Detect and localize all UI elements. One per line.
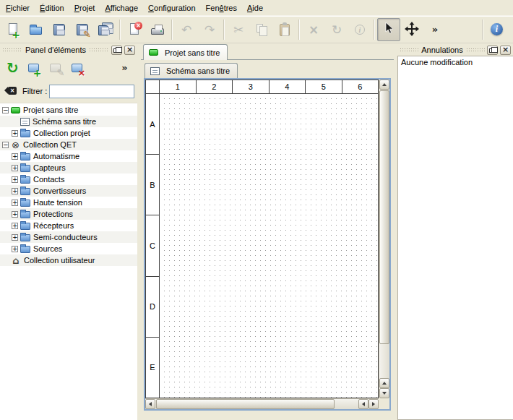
expand-icon[interactable]: +: [12, 246, 18, 252]
tree-item-collection-qet[interactable]: −⊗Collection QET: [0, 139, 137, 150]
menu-fichier[interactable]: Fichier: [1, 1, 35, 15]
mdi-area: Projet sans titre Schéma sans titre 12: [141, 43, 394, 420]
project-window: Schéma sans titre 123456 ABCDE: [144, 62, 391, 411]
tree-item-collection-projet[interactable]: +Collection projet: [0, 127, 137, 139]
clear-filter-icon: ×: [4, 83, 20, 99]
schema-icon: [20, 118, 30, 126]
expand-icon[interactable]: +: [12, 211, 18, 218]
expand-icon[interactable]: +: [12, 153, 18, 160]
tree-item-haute-tension[interactable]: +Haute tension: [0, 197, 137, 208]
toolbar-separator: [119, 20, 121, 40]
project-tabbar: Projet sans titre: [141, 43, 394, 60]
vertical-scroll-thumb[interactable]: [379, 90, 389, 344]
open-file-button[interactable]: [25, 18, 48, 41]
tree-item-semi-conducteurs[interactable]: +Semi-conducteurs: [0, 231, 137, 243]
expand-icon[interactable]: +: [12, 165, 18, 171]
new-element-icon: +: [27, 60, 43, 76]
delete-element-button[interactable]: ×: [68, 59, 87, 78]
tree-item-sources[interactable]: +Sources: [0, 243, 137, 254]
expand-icon[interactable]: +: [12, 223, 18, 229]
scroll-left-button[interactable]: [145, 399, 155, 409]
tree-item-projet-sans-titre[interactable]: −Projet sans titre: [0, 104, 137, 116]
undo-titlebar[interactable]: Annulations ×: [397, 43, 513, 56]
expand-icon[interactable]: +: [12, 176, 18, 183]
scroll-right-button[interactable]: [368, 399, 379, 409]
rotate-button[interactable]: ↻: [325, 18, 348, 41]
save-all-button[interactable]: [94, 18, 117, 41]
tree-item-convertisseurs[interactable]: +Convertisseurs: [0, 185, 137, 197]
redo-button[interactable]: ↷: [198, 18, 221, 41]
tree-item-label: Convertisseurs: [33, 187, 86, 195]
save-button[interactable]: [48, 18, 71, 41]
scroll-up-button[interactable]: [379, 80, 389, 90]
collapse-icon[interactable]: −: [2, 142, 9, 148]
expand-icon[interactable]: +: [12, 234, 18, 241]
move-tool-button[interactable]: [400, 18, 423, 41]
delete-button[interactable]: ×: [302, 18, 325, 41]
schema-scene[interactable]: 123456 ABCDE: [145, 80, 379, 398]
clear-filter-button[interactable]: ×: [3, 84, 20, 98]
expand-icon[interactable]: +: [12, 130, 18, 137]
tree-item-protections[interactable]: +Protections: [0, 208, 137, 220]
dock-grip: [2, 47, 22, 53]
schema-grid-canvas[interactable]: [160, 94, 378, 398]
close-button[interactable]: ×: [124, 46, 135, 55]
close-file-button[interactable]: ×: [123, 18, 146, 41]
vertical-scroll-track[interactable]: [379, 90, 389, 378]
menu-fenetres[interactable]: Fenêtres: [201, 1, 242, 15]
print-button[interactable]: [146, 18, 169, 41]
toolbar-overflow-button[interactable]: »: [423, 18, 447, 41]
toolbar-separator: [374, 20, 375, 40]
save-as-button[interactable]: ✎: [71, 18, 94, 41]
reload-collections-button[interactable]: ↻: [3, 59, 22, 78]
close-button[interactable]: ×: [500, 46, 511, 55]
collapse-icon[interactable]: −: [2, 107, 9, 113]
info-button[interactable]: i: [348, 18, 371, 41]
horizontal-scrollbar[interactable]: [145, 398, 379, 409]
float-button[interactable]: [111, 46, 122, 55]
project-tab[interactable]: Projet sans titre: [143, 44, 228, 60]
panel-overflow-button[interactable]: »: [115, 59, 134, 78]
reload-icon: ↻: [5, 60, 21, 76]
filter-bar: × Filtrer :: [0, 82, 137, 100]
edit-element-button[interactable]: ✎: [46, 59, 66, 78]
expand-icon[interactable]: +: [12, 188, 18, 194]
scroll-down-button[interactable]: [379, 388, 389, 398]
arrow-up-icon: [382, 382, 387, 385]
vertical-scrollbar[interactable]: [379, 80, 389, 398]
menu-configuration[interactable]: Configuration: [143, 1, 200, 15]
menu-edition[interactable]: Édition: [35, 1, 69, 15]
tree-item-contacts[interactable]: +Contacts: [0, 173, 137, 185]
horizontal-scroll-thumb[interactable]: [156, 399, 335, 409]
new-file-button[interactable]: +: [1, 18, 25, 41]
elements-panel-titlebar[interactable]: Panel d'éléments ×: [0, 43, 137, 56]
new-element-button[interactable]: +: [25, 59, 44, 78]
about-button[interactable]: i: [486, 18, 509, 41]
tree-item-label: Contacts: [33, 175, 64, 184]
menu-affichage[interactable]: Affichage: [100, 1, 143, 15]
filter-input[interactable]: [49, 85, 134, 98]
tree-item-collection-utilisateur[interactable]: ⌂Collection utilisateur: [0, 254, 137, 266]
float-button[interactable]: [487, 46, 498, 55]
copy-button[interactable]: [250, 18, 273, 41]
undo-button[interactable]: ↶: [175, 18, 198, 41]
menu-aide[interactable]: Aide: [242, 1, 268, 15]
menubar: FichierÉditionProjetAffichageConfigurati…: [0, 0, 513, 16]
project-tab-label: Projet sans titre: [165, 48, 220, 57]
expand-icon[interactable]: +: [12, 200, 18, 206]
schema-tab[interactable]: Schéma sans titre: [145, 63, 238, 78]
tree-item-schema-sans-titre[interactable]: Schéma sans titre: [0, 116, 137, 127]
paste-button[interactable]: [273, 18, 296, 41]
tree-item-label: Semi-conducteurs: [33, 233, 98, 241]
cut-button[interactable]: ✂: [227, 18, 250, 41]
select-tool-button[interactable]: [377, 18, 400, 41]
tree-item-capteurs[interactable]: +Capteurs: [0, 162, 137, 173]
tree-item-recepteurs[interactable]: +Récepteurs: [0, 220, 137, 231]
horizontal-scroll-track[interactable]: [155, 399, 358, 409]
menu-projet[interactable]: Projet: [69, 1, 100, 15]
undo-list-item[interactable]: Aucune modification: [398, 56, 513, 68]
scroll-left-button-alt[interactable]: [358, 399, 368, 409]
close-icon: ×: [126, 46, 133, 53]
scroll-up-button-alt[interactable]: [379, 378, 389, 388]
tree-item-automatisme[interactable]: +Automatisme: [0, 150, 137, 162]
